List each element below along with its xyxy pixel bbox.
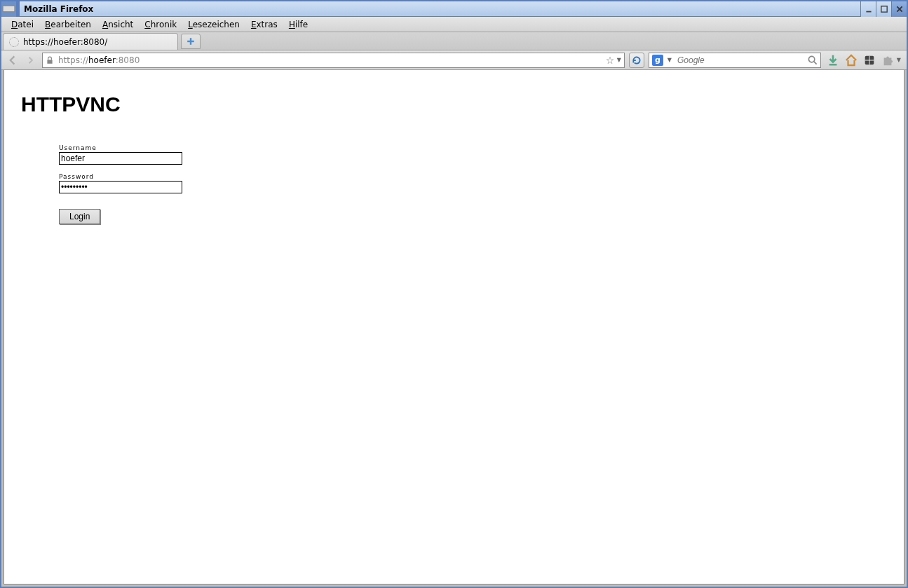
svg-rect-7 <box>47 60 52 63</box>
forward-button[interactable] <box>22 53 38 68</box>
svg-rect-2 <box>881 6 886 11</box>
login-button[interactable]: Login <box>59 209 100 224</box>
lock-icon <box>46 56 54 64</box>
back-button[interactable] <box>6 53 21 68</box>
menu-tools[interactable]: Extras <box>245 18 283 31</box>
menu-bookmarks[interactable]: Lesezeichen <box>182 18 245 31</box>
maximize-button[interactable] <box>876 1 891 17</box>
url-bar[interactable]: https://hoefer:8080 ▼ <box>42 53 625 68</box>
window-controls <box>860 1 907 17</box>
username-label: Username <box>59 144 185 151</box>
password-input[interactable] <box>59 181 182 193</box>
page-heading: HTTPVNC <box>21 93 887 116</box>
tab-favicon-icon <box>9 37 19 47</box>
menu-file[interactable]: Datei <box>6 18 39 31</box>
menu-help[interactable]: Hilfe <box>283 18 313 31</box>
menu-history[interactable]: Chronik <box>139 18 182 31</box>
reload-button[interactable] <box>629 53 644 68</box>
tab-active[interactable]: https://hoefer:8080/ <box>3 33 178 50</box>
search-engine-icon[interactable]: g <box>652 55 663 66</box>
url-text: https://hoefer:8080 <box>58 55 602 65</box>
username-input[interactable] <box>59 152 182 165</box>
window-frame: Mozilla Firefox Datei Bearbeiten Ansicht… <box>0 0 908 588</box>
tabbar: https://hoefer:8080/ <box>1 32 907 50</box>
minimize-button[interactable] <box>860 1 876 17</box>
menu-edit[interactable]: Bearbeiten <box>39 18 97 31</box>
svg-rect-0 <box>3 6 15 11</box>
new-tab-button[interactable] <box>181 34 201 49</box>
search-submit-icon[interactable] <box>808 55 818 65</box>
svg-line-9 <box>814 61 817 64</box>
page-content: HTTPVNC Username Password Login <box>4 70 904 238</box>
password-field-group: Password <box>59 173 185 193</box>
search-bar[interactable]: g ▼ <box>649 53 821 68</box>
toolbar-icons: ▼ <box>825 54 902 67</box>
addon-icon[interactable] <box>863 54 876 67</box>
login-form: Username Password Login <box>59 144 185 224</box>
download-icon[interactable] <box>827 54 839 67</box>
svg-point-8 <box>808 56 814 62</box>
username-field-group: Username <box>59 144 185 165</box>
nav-toolbar: https://hoefer:8080 ▼ g ▼ <box>1 50 907 70</box>
bookmark-star-icon[interactable] <box>606 56 614 64</box>
page-viewport: HTTPVNC Username Password Login <box>4 70 904 584</box>
url-tail-icons: ▼ <box>606 56 621 64</box>
menu-view[interactable]: Ansicht <box>97 18 139 31</box>
search-input[interactable] <box>676 55 804 66</box>
home-icon[interactable] <box>845 54 858 67</box>
password-label: Password <box>59 173 185 180</box>
url-dropdown-icon[interactable]: ▼ <box>617 57 621 63</box>
puzzle-icon[interactable] <box>881 54 894 67</box>
search-engine-dropdown-icon[interactable]: ▼ <box>668 57 672 63</box>
system-menu-icon[interactable] <box>1 1 17 17</box>
titlebar: Mozilla Firefox <box>1 1 907 17</box>
window-title: Mozilla Firefox <box>20 1 860 16</box>
toolbar-dropdown-icon[interactable]: ▼ <box>897 57 901 63</box>
tab-label: https://hoefer:8080/ <box>23 37 107 47</box>
menubar: Datei Bearbeiten Ansicht Chronik Lesezei… <box>1 17 907 32</box>
close-button[interactable] <box>891 1 907 17</box>
